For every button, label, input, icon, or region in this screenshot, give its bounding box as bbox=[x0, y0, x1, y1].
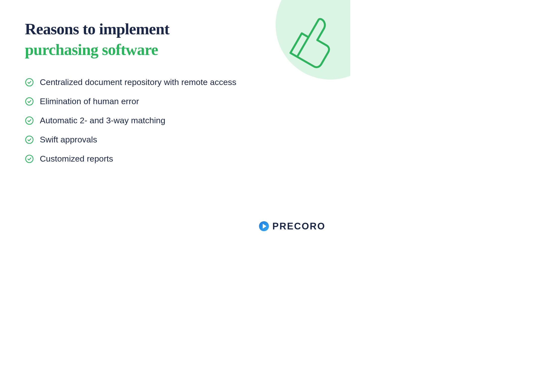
svg-point-3 bbox=[26, 136, 33, 143]
list-item-text: Swift approvals bbox=[40, 135, 97, 144]
list-item-text: Elimination of human error bbox=[40, 96, 139, 106]
list-item-text: Automatic 2- and 3-way matching bbox=[40, 116, 165, 125]
check-circle-icon bbox=[25, 78, 34, 87]
list-item: Centralized document repository with rem… bbox=[25, 77, 325, 87]
logo-mark-icon bbox=[258, 221, 269, 232]
brand-name: PRECORO bbox=[272, 221, 325, 232]
list-item-text: Customized reports bbox=[40, 154, 113, 164]
brand-logo: PRECORO bbox=[258, 221, 325, 232]
svg-point-0 bbox=[26, 79, 33, 86]
list-item: Customized reports bbox=[25, 154, 325, 164]
svg-point-4 bbox=[26, 155, 33, 163]
slide-title: Reasons to implement purchasing software bbox=[25, 19, 325, 60]
check-circle-icon bbox=[25, 135, 34, 144]
check-circle-icon bbox=[25, 154, 34, 163]
list-item: Elimination of human error bbox=[25, 96, 325, 106]
title-line-1: Reasons to implement bbox=[25, 19, 325, 39]
svg-point-1 bbox=[26, 98, 33, 105]
svg-point-2 bbox=[26, 117, 33, 124]
reasons-list: Centralized document repository with rem… bbox=[25, 77, 325, 164]
list-item: Swift approvals bbox=[25, 135, 325, 144]
list-item: Automatic 2- and 3-way matching bbox=[25, 116, 325, 125]
check-circle-icon bbox=[25, 116, 34, 125]
thumbs-up-icon bbox=[281, 7, 345, 72]
title-line-2: purchasing software bbox=[25, 39, 325, 60]
list-item-text: Centralized document repository with rem… bbox=[40, 77, 236, 87]
check-circle-icon bbox=[25, 97, 34, 106]
